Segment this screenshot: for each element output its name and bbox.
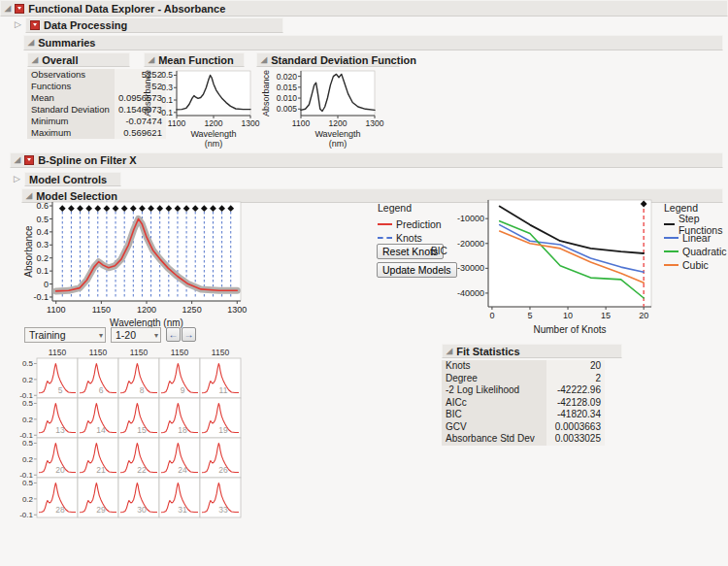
legend-item: Step Functions <box>664 217 728 231</box>
stat-value: 2 <box>546 373 605 385</box>
outline-header-summaries[interactable]: Summaries <box>23 35 723 50</box>
section-title: Data Processing <box>44 19 127 31</box>
stat-label: Maximum <box>27 127 115 139</box>
stat-label: -2 Log Likelihood <box>442 384 546 397</box>
next-page-button[interactable] <box>182 327 196 342</box>
legend-line-swatch <box>664 250 678 252</box>
training-functions-grid: 115011501150115011500.50.2-0.15689110.50… <box>14 347 248 527</box>
svg-text:-40000: -40000 <box>457 288 484 298</box>
section-title: Summaries <box>38 37 95 49</box>
table-row: -2 Log Likelihood-42222.96 <box>442 384 605 397</box>
window-title: Functional Data Explorer - Absorbance <box>28 3 225 15</box>
chevron-down-icon <box>154 331 158 340</box>
svg-text:5: 5 <box>58 385 63 395</box>
svg-text:0: 0 <box>489 311 494 320</box>
jmp-report-window: Functional Data Explorer - Absorbance Da… <box>0 0 728 566</box>
svg-text:0.2: 0.2 <box>22 376 34 384</box>
stat-label: Absorbance Std Dev <box>442 433 546 446</box>
panel-title: Overall <box>42 54 78 66</box>
outline-header-overall[interactable]: Overall <box>27 52 130 67</box>
stat-label: GCV <box>442 421 546 434</box>
legend-item-label: Linear <box>682 232 711 244</box>
combo-value: Training <box>29 329 66 341</box>
set-select-combobox[interactable]: Training <box>24 327 106 343</box>
legend-line-swatch <box>664 264 678 266</box>
stat-value: 0.0033025 <box>546 433 605 446</box>
stat-label: Functions <box>27 81 115 92</box>
svg-text:Number of Knots: Number of Knots <box>533 324 606 335</box>
range-select-combobox[interactable]: 1-20 <box>111 327 161 343</box>
svg-text:0.1: 0.1 <box>36 266 49 276</box>
stat-value: 20 <box>546 360 605 373</box>
svg-text:0.010: 0.010 <box>277 93 298 103</box>
disclosure-open-icon[interactable] <box>28 39 34 47</box>
svg-text:1300: 1300 <box>366 118 384 128</box>
stat-label: AICc <box>442 397 546 410</box>
outline-header-fit-statistics[interactable]: Fit Statistics <box>442 344 622 358</box>
table-row: Knots20 <box>442 360 605 373</box>
svg-text:9: 9 <box>181 385 185 395</box>
disclosure-closed-icon[interactable] <box>15 20 24 30</box>
stat-value: -41820.34 <box>546 409 605 421</box>
svg-text:0.2: 0.2 <box>22 416 34 424</box>
legend-item: Quadratic <box>664 245 728 258</box>
svg-text:20: 20 <box>639 311 648 320</box>
table-row: Absorbance Std Dev0.0033025 <box>442 433 605 446</box>
svg-text:0.2: 0.2 <box>22 495 34 504</box>
svg-text:0.3: 0.3 <box>36 240 49 250</box>
stat-label: Mean <box>27 92 115 104</box>
svg-text:-20000: -20000 <box>457 239 484 249</box>
svg-text:15: 15 <box>601 311 611 320</box>
svg-text:1150: 1150 <box>171 348 189 357</box>
svg-text:10: 10 <box>563 311 573 320</box>
disclosure-open-icon[interactable] <box>447 348 452 355</box>
table-row: GCV0.0003663 <box>442 421 605 434</box>
legend-line-swatch <box>664 223 675 225</box>
outline-header-data-processing[interactable]: Data Processing <box>25 17 283 33</box>
stat-label: Knots <box>442 360 546 373</box>
svg-text:1150: 1150 <box>92 305 111 315</box>
combo-value: 1-20 <box>116 329 136 341</box>
disclosure-open-icon[interactable] <box>32 56 38 64</box>
stat-label: Standard Deviation <box>27 104 115 116</box>
outline-header-bspline[interactable]: B-Spline on Filter X <box>10 152 723 168</box>
legend-item-label: Quadratic <box>682 246 727 257</box>
svg-text:0.2: 0.2 <box>22 455 34 464</box>
red-triangle-menu-icon[interactable] <box>30 20 40 30</box>
fit-statistics-table: Knots20Degree2-2 Log Likelihood-42222.96… <box>442 360 605 446</box>
previous-page-button[interactable] <box>166 327 181 342</box>
red-triangle-menu-icon[interactable] <box>24 155 34 165</box>
stat-label: Observations <box>27 69 115 81</box>
outline-header-fde[interactable]: Functional Data Explorer - Absorbance <box>0 0 728 17</box>
svg-text:0.3: 0.3 <box>161 83 173 92</box>
svg-text:1200: 1200 <box>329 118 347 128</box>
outline-header-mean-function[interactable]: Mean Function <box>144 52 245 67</box>
model-selection-plot[interactable]: 110011501200125013000.60.50.40.30.20.10-… <box>23 194 250 330</box>
svg-text:1200: 1200 <box>205 118 223 128</box>
disclosure-open-icon[interactable] <box>15 156 20 164</box>
disclosure-open-icon[interactable] <box>5 5 11 13</box>
table-row: AICc-42128.09 <box>442 397 605 410</box>
red-triangle-menu-icon[interactable] <box>15 4 24 14</box>
svg-text:0: 0 <box>44 280 49 289</box>
svg-text:Absorbance: Absorbance <box>143 70 152 117</box>
svg-text:0.5: 0.5 <box>22 479 34 487</box>
outline-header-model-controls[interactable]: Model Controls <box>24 172 121 186</box>
svg-text:1100: 1100 <box>292 118 311 128</box>
legend-line-swatch <box>378 237 392 239</box>
svg-text:-0.1: -0.1 <box>33 292 49 302</box>
svg-text:0.5: 0.5 <box>161 70 173 80</box>
svg-text:0.5: 0.5 <box>22 439 34 448</box>
disclosure-closed-icon[interactable] <box>14 175 23 184</box>
svg-text:0.005: 0.005 <box>277 104 298 114</box>
update-models-button[interactable]: Update Models <box>377 262 457 278</box>
disclosure-open-icon[interactable] <box>149 56 154 64</box>
svg-text:1150: 1150 <box>49 348 67 357</box>
svg-text:1150: 1150 <box>130 348 149 357</box>
svg-text:1150: 1150 <box>212 348 230 357</box>
legend-title: Legend <box>378 202 442 214</box>
legend-item-label: Cubic <box>682 259 709 271</box>
outline-header-std-dev-function[interactable]: Standard Deviation Function <box>256 52 400 67</box>
stat-label: BIC <box>442 409 546 421</box>
disclosure-open-icon[interactable] <box>261 56 267 64</box>
